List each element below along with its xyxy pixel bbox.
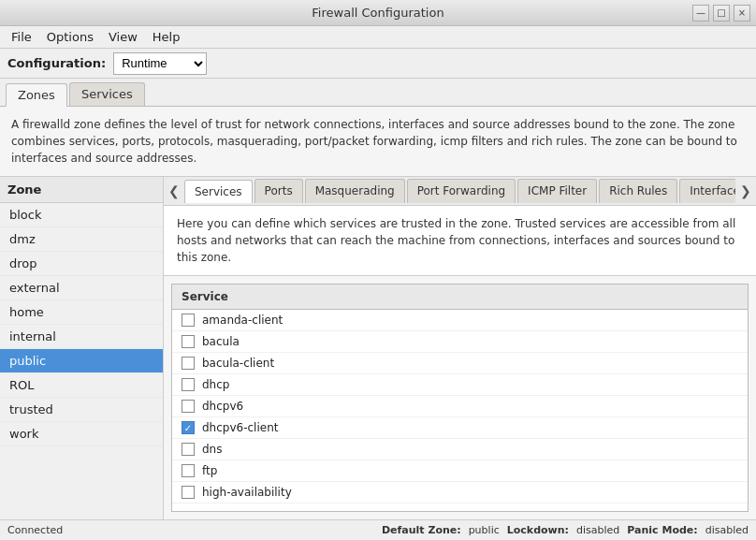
service-checkbox-bacula-client[interactable]: [182, 357, 195, 370]
panic-mode-value: disabled: [705, 524, 749, 536]
default-zone-value: public: [469, 524, 500, 536]
inner-tab-ports[interactable]: Ports: [254, 179, 303, 203]
service-name-ftp: ftp: [202, 464, 217, 477]
menu-options[interactable]: Options: [39, 28, 101, 46]
zone-header: Zone: [0, 177, 163, 203]
config-select[interactable]: Runtime Permanent: [113, 52, 207, 75]
service-name-dhcp: dhcp: [202, 378, 229, 391]
menu-view[interactable]: View: [101, 28, 145, 46]
zone-item-external[interactable]: external: [0, 276, 163, 300]
tab-services[interactable]: Services: [69, 82, 145, 106]
service-name-dns: dns: [202, 443, 222, 456]
service-table-body: amanda-client bacula bacula-client dhcp: [172, 310, 748, 511]
inner-tab-rich-rules[interactable]: Rich Rules: [599, 179, 677, 203]
service-checkbox-dns[interactable]: [182, 443, 195, 456]
inner-tabs-row: ❮ Services Ports Masquerading Port Forwa…: [164, 177, 756, 206]
minimize-button[interactable]: —: [692, 5, 709, 22]
service-checkbox-amanda-client[interactable]: [182, 314, 195, 327]
statusbar-right: Default Zone: public Lockdown: disabled …: [382, 524, 749, 536]
zone-panel: Zone block dmz drop external home intern…: [0, 177, 164, 519]
zone-description: A firewalld zone defines the level of tr…: [0, 107, 756, 177]
service-name-bacula-client: bacula-client: [202, 357, 274, 370]
service-table-header: Service: [172, 285, 748, 310]
zone-item-block[interactable]: block: [0, 203, 163, 227]
zone-service-desc: Here you can define which services are t…: [164, 206, 756, 276]
zone-item-internal[interactable]: internal: [0, 325, 163, 349]
service-checkbox-high-availability[interactable]: [182, 486, 195, 499]
service-name-high-availability: high-availability: [202, 486, 292, 499]
top-tabs: Zones Services: [0, 79, 756, 107]
service-name-dhcpv6: dhcpv6: [202, 400, 243, 413]
config-label: Configuration:: [7, 56, 106, 70]
menu-file[interactable]: File: [4, 28, 39, 46]
statusbar-connected: Connected: [7, 524, 378, 536]
titlebar-controls: — □ ×: [692, 5, 750, 22]
default-zone-label: Default Zone:: [382, 524, 461, 536]
service-checkbox-bacula[interactable]: [182, 335, 195, 348]
inner-tab-icmp-filter[interactable]: ICMP Filter: [517, 179, 597, 203]
service-row-dhcpv6-client: dhcpv6-client: [172, 417, 748, 439]
lockdown-label: Lockdown:: [507, 524, 569, 536]
service-row-ftp: ftp: [172, 460, 748, 482]
close-button[interactable]: ×: [734, 5, 750, 22]
menu-help[interactable]: Help: [145, 28, 188, 46]
service-row-dhcpv6: dhcpv6: [172, 396, 748, 417]
inner-tab-interfaces[interactable]: Interfaces: [679, 179, 735, 203]
inner-tab-masquerading[interactable]: Masquerading: [305, 179, 405, 203]
zone-item-home[interactable]: home: [0, 300, 163, 325]
service-row-bacula: bacula: [172, 331, 748, 353]
panic-mode-label: Panic Mode:: [627, 524, 697, 536]
service-checkbox-dhcp[interactable]: [182, 378, 195, 391]
main-area: Zone block dmz drop external home intern…: [0, 177, 756, 519]
service-checkbox-dhcpv6-client[interactable]: [182, 421, 195, 434]
zone-item-work[interactable]: work: [0, 422, 163, 446]
maximize-button[interactable]: □: [713, 5, 730, 22]
service-row-dns: dns: [172, 439, 748, 460]
inner-tabs: Services Ports Masquerading Port Forward…: [184, 179, 735, 203]
service-row-dhcp: dhcp: [172, 374, 748, 396]
content-panel: ❮ Services Ports Masquerading Port Forwa…: [164, 177, 756, 519]
service-row-bacula-client: bacula-client: [172, 353, 748, 374]
service-checkbox-dhcpv6[interactable]: [182, 400, 195, 413]
titlebar: Firewall Configuration — □ ×: [0, 0, 756, 26]
zone-item-drop[interactable]: drop: [0, 252, 163, 276]
menubar: File Options View Help: [0, 26, 756, 49]
zone-item-dmz[interactable]: dmz: [0, 227, 163, 252]
toolbar: Configuration: Runtime Permanent: [0, 49, 756, 79]
service-name-dhcpv6-client: dhcpv6-client: [202, 421, 278, 434]
zone-item-public[interactable]: public: [0, 349, 163, 373]
tabs-scroll-left[interactable]: ❮: [164, 177, 184, 205]
service-row-amanda-client: amanda-client: [172, 310, 748, 331]
service-table: Service amanda-client bacula bacula-clie…: [171, 284, 749, 512]
lockdown-value: disabled: [576, 524, 619, 536]
service-name-amanda-client: amanda-client: [202, 314, 283, 327]
service-checkbox-ftp[interactable]: [182, 464, 195, 477]
zone-list: block dmz drop external home internal pu…: [0, 203, 163, 519]
service-table-container: Service amanda-client bacula bacula-clie…: [164, 276, 756, 519]
zone-item-rol[interactable]: ROL: [0, 373, 163, 398]
zone-item-trusted[interactable]: trusted: [0, 398, 163, 422]
inner-tab-port-forwarding[interactable]: Port Forwarding: [407, 179, 516, 203]
tab-zones[interactable]: Zones: [6, 83, 67, 107]
titlebar-title: Firewall Configuration: [312, 6, 443, 20]
statusbar: Connected Default Zone: public Lockdown:…: [0, 519, 756, 540]
service-row-high-availability: high-availability: [172, 482, 748, 504]
inner-tab-services[interactable]: Services: [184, 180, 253, 203]
service-name-bacula: bacula: [202, 335, 240, 348]
tabs-scroll-right[interactable]: ❯: [735, 177, 756, 205]
